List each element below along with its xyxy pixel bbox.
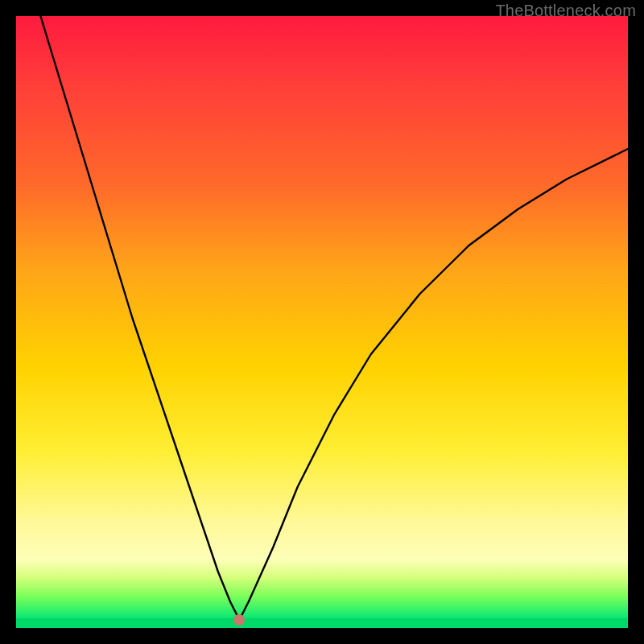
optimal-point-marker xyxy=(233,614,245,625)
bottleneck-curve xyxy=(16,16,628,620)
chart-frame xyxy=(16,16,628,628)
